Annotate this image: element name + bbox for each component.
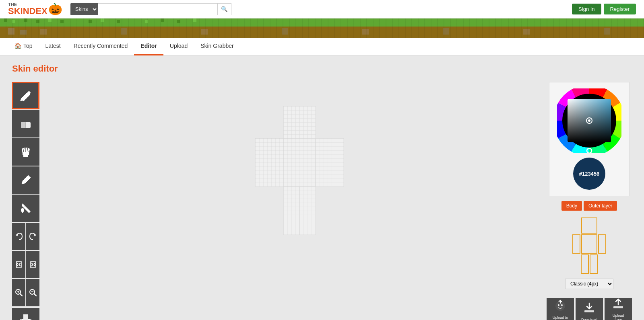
search-button[interactable]: 🔍 (218, 3, 231, 15)
download-svg (583, 302, 595, 314)
right-panel: #123456 Body Outer layer (547, 82, 632, 320)
tools-panel: Reset Skin (12, 82, 52, 320)
svg-rect-55 (316, 138, 344, 187)
move-right-icon (29, 261, 37, 269)
nav-item-recently-commented[interactable]: Recently Commented (67, 38, 134, 55)
skin-right-arm-part[interactable] (598, 234, 606, 254)
download-button[interactable]: Download (576, 298, 603, 320)
svg-rect-12 (129, 18, 132, 22)
zoom-in-icon (15, 289, 23, 297)
grass-art-svg (0, 18, 644, 38)
skin-head-part[interactable] (581, 217, 597, 234)
upload-to-skindex-button[interactable]: Upload toSkindex (547, 298, 574, 320)
svg-rect-6 (48, 18, 52, 22)
eraser-icon (19, 117, 32, 130)
header: THE SKINDEX 🎃 Skins 🔍 Sign In Register (0, 0, 644, 18)
skin-legs-row (581, 254, 598, 274)
nav-item-top[interactable]: 🏠 Top (8, 38, 39, 55)
signin-button[interactable]: Sign In (572, 4, 601, 14)
zoom-in-button[interactable] (12, 279, 25, 306)
skin-grid-container[interactable] (255, 106, 344, 259)
stamp-tool-button[interactable] (12, 138, 39, 166)
svg-rect-31 (23, 155, 28, 157)
nav-item-editor[interactable]: Editor (134, 38, 163, 55)
svg-rect-85 (613, 306, 623, 308)
svg-line-38 (20, 294, 22, 296)
main-content: Skin editor (0, 55, 644, 320)
search-category-dropdown[interactable]: Skins (70, 3, 98, 15)
svg-rect-7 (60, 20, 64, 23)
svg-rect-24 (443, 28, 449, 35)
action-buttons: Upload toSkindex Download (547, 298, 632, 320)
download-icon (583, 302, 595, 316)
svg-point-82 (558, 304, 559, 306)
redo-button[interactable] (26, 223, 39, 250)
svg-rect-19 (40, 29, 47, 35)
svg-rect-11 (117, 20, 120, 23)
svg-rect-1 (0, 27, 644, 38)
download-label: Download (581, 318, 597, 320)
nav-item-skin-grabber[interactable]: Skin Grabber (194, 38, 240, 55)
nav-top-label: Top (23, 43, 33, 49)
upload-skindex-svg (554, 299, 566, 312)
move-row (12, 251, 52, 278)
upload-from-computer-button[interactable]: Upload fromComputer (605, 298, 632, 320)
skin-body-row (572, 234, 606, 254)
color-hex-display[interactable]: #123456 (573, 158, 605, 190)
move-left-button[interactable] (12, 251, 25, 278)
logo-pumpkin: 🎃 (48, 2, 62, 16)
upload-to-skindex-icon (554, 299, 566, 314)
skin-left-arm-part[interactable] (572, 234, 580, 254)
nav-bar: 🏠 Top Latest Recently Commented Editor U… (0, 38, 644, 55)
register-button[interactable]: Register (604, 4, 636, 14)
undo-redo-row (12, 223, 52, 250)
undo-icon (15, 232, 23, 240)
svg-rect-8 (72, 18, 76, 22)
editor-layout: Reset Skin (12, 82, 632, 320)
skin-editor-canvas[interactable] (255, 106, 344, 259)
nav-editor-label: Editor (140, 43, 157, 49)
logo: THE SKINDEX 🎃 (8, 2, 62, 16)
skin-body-diagram (572, 217, 606, 274)
svg-rect-14 (161, 18, 164, 22)
skin-torso-part[interactable] (581, 234, 597, 254)
zoom-out-button[interactable] (26, 279, 39, 306)
search-area: Skins 🔍 (70, 3, 231, 15)
svg-rect-25 (523, 29, 530, 35)
nav-item-upload[interactable]: Upload (163, 38, 194, 55)
layer-buttons: Body Outer layer (561, 201, 617, 211)
skin-preview-button[interactable] (12, 308, 39, 320)
fill-tool-button[interactable] (12, 195, 39, 222)
svg-rect-5 (36, 20, 39, 23)
svg-rect-0 (0, 18, 644, 27)
skin-left-leg-part[interactable] (581, 254, 589, 274)
eraser-tool-button[interactable] (12, 110, 39, 137)
pencil-icon (19, 89, 32, 102)
search-input[interactable] (98, 3, 218, 15)
skin-right-leg-part[interactable] (590, 254, 598, 274)
logo-skindex: SKINDEX (8, 7, 47, 16)
eyedropper-icon (19, 174, 32, 187)
zoom-row (12, 279, 52, 306)
svg-rect-30 (23, 154, 29, 155)
color-wheel-svg[interactable] (557, 88, 621, 153)
skin-preview-icon (18, 314, 34, 320)
svg-rect-28 (21, 122, 26, 128)
nav-skin-grabber-label: Skin Grabber (200, 43, 233, 49)
outer-layer-button[interactable]: Outer layer (584, 201, 617, 211)
svg-rect-53 (283, 138, 316, 187)
svg-rect-9 (89, 20, 92, 23)
undo-button[interactable] (12, 223, 25, 250)
svg-point-83 (561, 304, 563, 306)
body-layer-button[interactable]: Body (561, 201, 582, 211)
skin-type-select[interactable]: Classic (4px) Slim (3px) (565, 279, 613, 289)
stamp-icon (19, 146, 32, 158)
pencil-tool-button[interactable] (12, 82, 39, 109)
move-right-button[interactable] (26, 251, 39, 278)
svg-rect-57 (283, 187, 299, 235)
svg-rect-15 (177, 20, 180, 23)
nav-latest-label: Latest (45, 43, 61, 49)
nav-item-latest[interactable]: Latest (39, 38, 67, 55)
color-wheel-container[interactable] (557, 88, 621, 153)
eyedropper-tool-button[interactable] (12, 166, 39, 194)
